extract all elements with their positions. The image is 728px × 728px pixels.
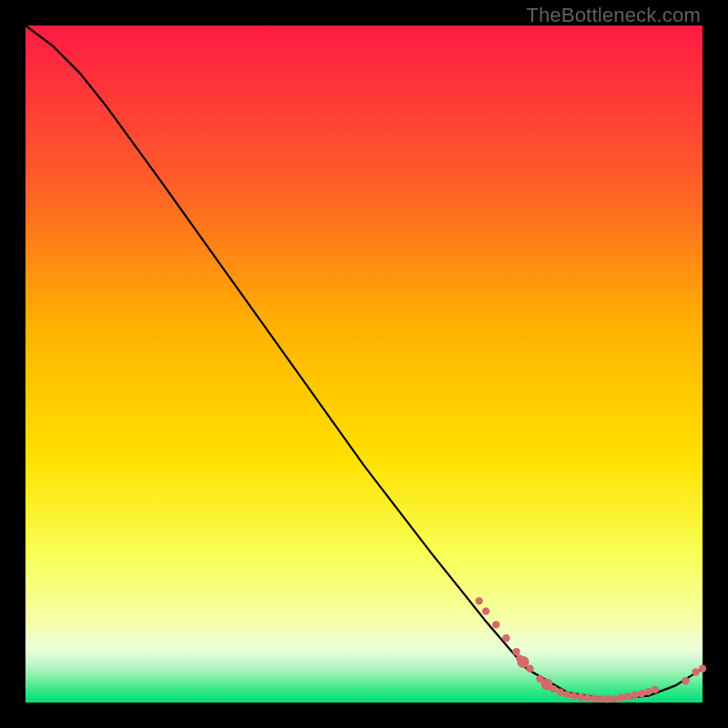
data-dot [577, 693, 584, 701]
data-dot [699, 665, 706, 672]
bottleneck-curve [25, 25, 703, 699]
data-dot [652, 686, 659, 693]
data-dot [591, 694, 598, 702]
data-dot [517, 656, 529, 668]
data-dot [604, 695, 612, 703]
data-dot [692, 668, 699, 675]
data-dot [597, 695, 604, 703]
data-dot [512, 648, 520, 655]
data-dot [541, 678, 552, 690]
data-dot [631, 692, 638, 699]
data-dot [502, 634, 510, 642]
data-dot [644, 688, 652, 695]
data-dot [611, 695, 618, 703]
data-dot [682, 677, 689, 684]
data-dot [563, 691, 571, 698]
watermark-text: TheBottleneck.com [526, 4, 701, 27]
plot-frame [25, 25, 703, 703]
data-dot [624, 693, 632, 700]
data-dot [618, 694, 625, 702]
data-dot [557, 689, 564, 696]
data-dot [482, 607, 490, 614]
chart-overlay [25, 25, 703, 703]
data-dot [638, 690, 645, 697]
data-dot [492, 621, 500, 628]
data-dot [475, 597, 482, 604]
data-dot [570, 692, 577, 699]
data-dot [583, 694, 591, 702]
